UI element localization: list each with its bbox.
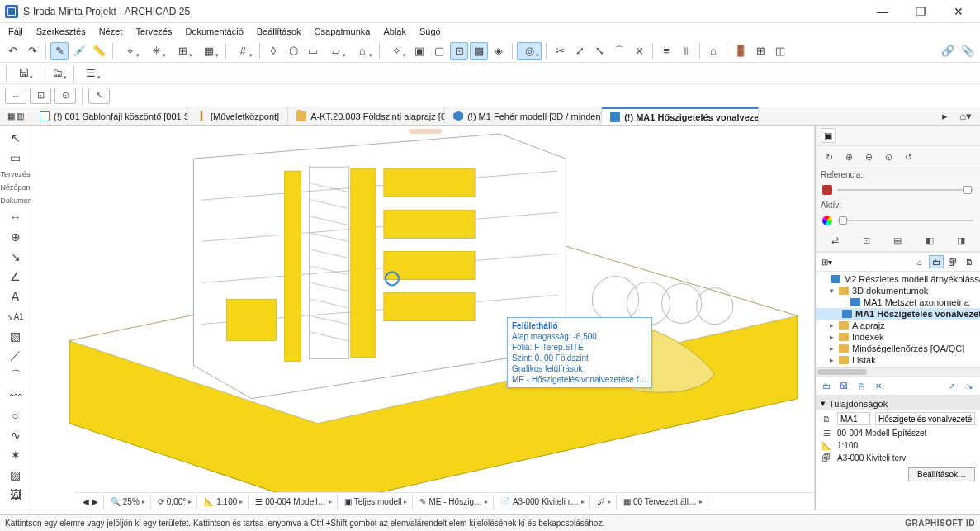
- spline-tool[interactable]: ∿: [5, 426, 26, 444]
- trace-reference-drop[interactable]: ◎: [517, 42, 542, 60]
- tab-1[interactable]: [Műveletközpont]: [188, 107, 288, 125]
- info-slot-1[interactable]: ↔︎: [5, 88, 26, 104]
- syringe-button[interactable]: 💉: [70, 42, 88, 60]
- line-tool[interactable]: ／: [5, 347, 26, 365]
- window-close[interactable]: ✕: [947, 5, 970, 18]
- circle-tool[interactable]: ○: [5, 406, 26, 424]
- tree-node-alaprajz[interactable]: ▸Alaprajz: [816, 320, 980, 331]
- prop-name-input[interactable]: [875, 412, 975, 425]
- qb-angle[interactable]: ⟳ 0,00° ▸: [153, 495, 197, 510]
- text-tool[interactable]: A: [5, 287, 26, 306]
- attach-button[interactable]: 📎: [959, 42, 977, 60]
- menu-design[interactable]: Tervezés: [130, 25, 177, 38]
- window-button[interactable]: ⊞: [751, 42, 769, 60]
- grid-display-drop[interactable]: #: [230, 42, 255, 60]
- qb-model[interactable]: ▣ Teljes modell ▸: [339, 495, 414, 510]
- gravity-button[interactable]: ⬡: [284, 42, 302, 60]
- ref-icon-2[interactable]: ⊕: [840, 149, 857, 164]
- undo-button[interactable]: ↶: [3, 42, 21, 60]
- navtab-popup[interactable]: ⊞▾: [819, 255, 834, 268]
- info-slot-3[interactable]: ⊙: [54, 88, 76, 104]
- active-slider[interactable]: [816, 211, 980, 230]
- door-button[interactable]: 🚪: [731, 42, 750, 60]
- tree-node-qaqc[interactable]: ▸Minőségellenőrzés [QA/QC]: [816, 343, 980, 354]
- tree-h-scrollbar[interactable]: [816, 367, 980, 376]
- qb-layout[interactable]: 📄 A3-000 Kiviteli r… ▸: [495, 495, 590, 510]
- ref-icon-4[interactable]: ⊙: [880, 149, 897, 164]
- qb-nav[interactable]: ◀ ▶: [78, 495, 104, 510]
- rp-act-1[interactable]: ⇄: [826, 233, 843, 248]
- radial-dim-tool[interactable]: ↘: [5, 248, 26, 266]
- graphisoft-id[interactable]: GRAPHISOFT ID: [905, 519, 975, 528]
- arrow-tool[interactable]: ↖: [5, 129, 26, 147]
- qb-view[interactable]: ▦ 00 Tervezett áll… ▸: [618, 495, 708, 510]
- tab-4[interactable]: (!) MA1 Hőszigetelés vonalvezetése m…✕: [602, 107, 759, 125]
- organizer-drop[interactable]: 🗂: [45, 64, 69, 83]
- edit-plane-button[interactable]: ◊: [264, 42, 282, 60]
- menu-options[interactable]: Beállítások: [252, 25, 306, 38]
- tab-overflow-button[interactable]: ▸: [935, 107, 954, 126]
- guide-lines-drop[interactable]: ⌖: [117, 42, 142, 60]
- marquee-tool[interactable]: ▭: [5, 149, 26, 167]
- tree-node-ma1hosz[interactable]: MA1 Hőszigetelés vonalvezetése: [816, 308, 980, 320]
- info-arrow-slot[interactable]: ↖: [88, 88, 110, 104]
- rp-act-4[interactable]: ◧: [921, 233, 938, 248]
- menu-help[interactable]: Súgó: [414, 25, 446, 38]
- menu-view[interactable]: Nézet: [94, 25, 128, 38]
- save-view-drop[interactable]: 🖫: [11, 64, 36, 83]
- distribute-button[interactable]: ⫴: [677, 42, 695, 60]
- resize-button[interactable]: ⤧: [630, 42, 648, 60]
- info-slot-2[interactable]: ⊡: [30, 88, 51, 104]
- ruler-button[interactable]: 📏: [90, 42, 108, 60]
- angle-dim-tool[interactable]: ∠: [5, 268, 26, 286]
- qb-zoom[interactable]: 🔍 25% ▸: [106, 495, 151, 510]
- tree-node-listak[interactable]: ▸Listák: [816, 354, 980, 366]
- properties-header[interactable]: ▾Tulajdonságok: [816, 396, 980, 410]
- rp-act-3[interactable]: ▤: [889, 233, 906, 248]
- trace-ref-icon[interactable]: ▣: [821, 128, 836, 143]
- model-viewport[interactable]: Felülethálló Alap magasság: -6,500 Fólia…: [36, 126, 815, 510]
- drawing-tool[interactable]: 🖼: [5, 486, 26, 504]
- rp-act-2[interactable]: ⊡: [858, 233, 874, 248]
- menu-edit[interactable]: Szerkesztés: [31, 25, 91, 38]
- qb-pen2[interactable]: 🖊 ▸: [592, 495, 617, 510]
- tab-3[interactable]: (!) M1 Fehér modell [3D / minden]: [445, 107, 602, 125]
- surface-button[interactable]: ▭: [304, 42, 322, 60]
- tree-node-3ddocs[interactable]: ▾3D dokumentumok: [816, 285, 980, 296]
- intersect-button[interactable]: ⤡: [590, 42, 608, 60]
- opening-button[interactable]: ◫: [771, 42, 789, 60]
- navtab-publisher[interactable]: 🗎: [962, 255, 977, 268]
- ref-icon-3[interactable]: ⊖: [860, 149, 877, 164]
- redo-button[interactable]: ↷: [23, 42, 41, 60]
- settings-button[interactable]: Beállítások…: [908, 467, 975, 481]
- tab-2[interactable]: A-KT.20.003 Földszinti alaprajz [0. 00 F…: [288, 107, 445, 125]
- tab-grid-buttons[interactable]: ▦▥: [0, 107, 31, 125]
- ungroup-button[interactable]: ▢: [430, 42, 448, 60]
- fillet-button[interactable]: ⌒: [610, 42, 628, 60]
- dimension-tool[interactable]: ↔: [5, 208, 26, 226]
- qb-pen[interactable]: ✎ ME - Hőszig… ▸: [414, 495, 493, 510]
- rp-act-5[interactable]: ◨: [953, 233, 969, 248]
- nav-open-2[interactable]: ↘: [962, 379, 977, 392]
- nav-delete[interactable]: ✕: [871, 379, 886, 392]
- arc-tool[interactable]: ⌒: [5, 367, 26, 385]
- figure-tool[interactable]: ▨: [5, 466, 26, 484]
- eyedropper-button[interactable]: ✎: [50, 42, 69, 60]
- nav-new-folder[interactable]: 🗀: [819, 379, 834, 392]
- home-button[interactable]: ⌂: [704, 42, 722, 60]
- nav-clone[interactable]: ⎘: [854, 379, 869, 392]
- split-button[interactable]: ✂: [551, 42, 569, 60]
- navtab-layouts[interactable]: 🗐: [945, 255, 960, 268]
- tab-0[interactable]: (!) 001 Sablonfájl köszöntő [001 Sablo…: [31, 107, 188, 125]
- navtab-project[interactable]: ⌂: [912, 255, 927, 268]
- ref-icon-1[interactable]: ↻: [821, 149, 837, 164]
- tree-node-indexek[interactable]: ▸Indexek: [816, 331, 980, 343]
- magic-wand-drop[interactable]: ✧: [384, 42, 409, 60]
- solid-ops-button[interactable]: ◈: [490, 42, 508, 60]
- layers-drop[interactable]: ☰: [78, 64, 103, 83]
- menu-teamwork[interactable]: Csapatmunka: [310, 25, 376, 38]
- tree-node-ma1axo[interactable]: MA1 Metszet axonometria: [816, 296, 980, 308]
- qb-layercombo[interactable]: ☰ 00-004 Modell… ▸: [250, 495, 337, 510]
- adjust-button[interactable]: ⤢: [570, 42, 589, 60]
- label-tool[interactable]: ↘A1: [5, 307, 26, 325]
